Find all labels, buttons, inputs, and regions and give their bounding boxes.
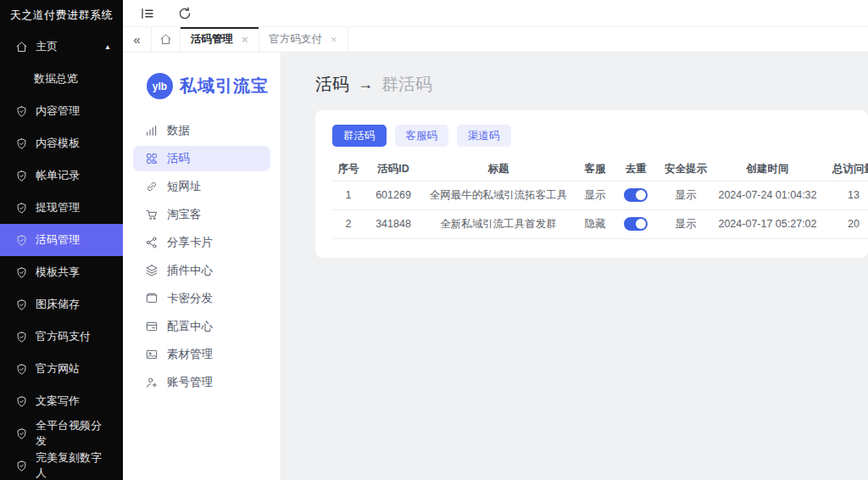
card-icon xyxy=(145,292,159,305)
tab-close-icon[interactable]: × xyxy=(331,34,337,45)
breadcrumb-current: 群活码 xyxy=(381,73,432,96)
menu-item-label: 插件中心 xyxy=(167,263,213,278)
qr-code-icon xyxy=(145,152,159,165)
channel-code-button[interactable]: 渠道码 xyxy=(457,125,511,147)
sidebar-item-image-storage[interactable]: 图床储存 xyxy=(0,288,123,321)
app-title: 天之道付费进群系统 xyxy=(0,0,123,31)
sidebar-item-copywriting[interactable]: 文案写作 xyxy=(0,385,123,417)
breadcrumb-parent[interactable]: 活码 xyxy=(315,73,349,96)
user-plus-icon xyxy=(145,376,159,389)
bar-chart-icon xyxy=(145,124,159,137)
sidebar-item-label: 提现管理 xyxy=(36,200,80,215)
sidebar-item-label: 主页 xyxy=(36,39,58,54)
dedupe-toggle[interactable] xyxy=(624,217,648,231)
refresh-icon[interactable] xyxy=(177,6,192,21)
menu-item-account-manage[interactable]: 账号管理 xyxy=(133,370,270,395)
sidebar-item-content-template[interactable]: 内容模板 xyxy=(0,127,123,159)
main-content: 活码 → 群活码 群活码 客服码 渠道码 序号 活码ID 标题 客服 去重 安全… xyxy=(281,53,868,480)
menu-item-data[interactable]: 数据 xyxy=(133,118,270,143)
sidebar-item-livecode-manage[interactable]: 活码管理 xyxy=(0,224,123,256)
sidebar-item-label: 内容模板 xyxy=(36,136,80,151)
share-icon xyxy=(145,236,159,249)
sidebar-item-official-pay[interactable]: 官方码支付 xyxy=(0,321,123,353)
tab-bar: « 活码管理 × 官方码支付 × xyxy=(123,27,868,53)
service-code-button[interactable]: 客服码 xyxy=(395,125,449,147)
shield-check-icon xyxy=(15,234,28,247)
menu-item-taobao[interactable]: 淘宝客 xyxy=(133,202,270,227)
collapse-menu-icon[interactable] xyxy=(140,6,155,21)
cell-title: 全新私域引流工具首发群 xyxy=(422,209,575,238)
cart-icon xyxy=(145,208,159,221)
cell-created: 2024-07-17 05:27:02 xyxy=(715,209,820,238)
cell-visits: 20 xyxy=(820,209,868,238)
dedupe-toggle[interactable] xyxy=(624,188,648,202)
shield-check-icon xyxy=(15,331,28,343)
sidebar-item-label: 帐单记录 xyxy=(36,168,80,183)
logo-bubble-icon: ylb xyxy=(147,73,173,99)
cell-service: 显示 xyxy=(575,181,615,209)
sidebar-item-label: 官方码支付 xyxy=(36,329,91,344)
tab-label: 官方码支付 xyxy=(270,32,323,47)
home-tab-icon[interactable] xyxy=(152,27,181,52)
cell-code-id: 601269 xyxy=(364,181,422,209)
menu-item-share-card[interactable]: 分享卡片 xyxy=(133,230,270,255)
sidebar-item-label: 官方网站 xyxy=(36,361,80,377)
cell-index: 2 xyxy=(332,209,364,238)
cell-service: 隐藏 xyxy=(575,209,615,238)
breadcrumb: 活码 → 群活码 xyxy=(315,73,868,96)
home-icon xyxy=(15,41,28,53)
sidebar-item-billing-records[interactable]: 帐单记录 xyxy=(0,159,123,192)
primary-sidebar: 天之道付费进群系统 主页 ▲ 数据总览 内容管理 内容模板 帐单记录 提现管理 … xyxy=(0,0,123,480)
sidebar-item-home[interactable]: 主页 ▲ xyxy=(0,31,123,63)
sidebar-item-withdraw-manage[interactable]: 提现管理 xyxy=(0,192,123,224)
sidebar-item-template-share[interactable]: 模板共享 xyxy=(0,256,123,288)
secondary-sidebar: ylb 私域引流宝 数据 活码 短网址 淘宝客 分享卡片 插件中心 xyxy=(123,53,281,480)
menu-item-short-url[interactable]: 短网址 xyxy=(133,174,270,199)
menu-item-label: 账号管理 xyxy=(167,375,213,390)
tab-livecode-manage[interactable]: 活码管理 × xyxy=(181,27,259,52)
menu-item-label: 短网址 xyxy=(167,179,202,194)
sidebar-item-video-distribute[interactable]: 全平台视频分发 xyxy=(0,417,123,449)
header-safety: 安全提示 xyxy=(656,158,715,181)
sidebar-subitem-data-overview[interactable]: 数据总览 xyxy=(0,63,123,95)
header-created: 创建时间 xyxy=(715,158,820,181)
tab-close-icon[interactable]: × xyxy=(242,34,248,45)
menu-item-label: 配置中心 xyxy=(167,319,213,334)
cell-title: 全网最牛的私域引流拓客工具 xyxy=(422,181,575,209)
header-code-id: 活码ID xyxy=(364,158,422,181)
group-code-button[interactable]: 群活码 xyxy=(332,125,387,147)
table-header-row: 序号 活码ID 标题 客服 去重 安全提示 创建时间 总访问量 xyxy=(332,158,868,181)
tab-label: 活码管理 xyxy=(191,32,233,47)
livecode-card: 群活码 客服码 渠道码 序号 活码ID 标题 客服 去重 安全提示 创建时间 总… xyxy=(315,110,868,258)
menu-item-plugin-center[interactable]: 插件中心 xyxy=(133,258,270,283)
sidebar-item-digital-human[interactable]: 完美复刻数字人 xyxy=(0,449,123,480)
menu-item-label: 淘宝客 xyxy=(167,207,202,222)
menu-item-livecode[interactable]: 活码 xyxy=(133,146,270,171)
sidebar-item-official-site[interactable]: 官方网站 xyxy=(0,353,123,385)
cell-created: 2024-07-24 01:04:32 xyxy=(715,181,820,209)
sidebar-item-content-manage[interactable]: 内容管理 xyxy=(0,95,123,127)
header-index: 序号 xyxy=(332,158,364,181)
shield-check-icon xyxy=(15,170,28,182)
menu-item-label: 分享卡片 xyxy=(167,235,213,250)
shield-check-icon xyxy=(15,427,28,440)
tab-official-pay[interactable]: 官方码支付 × xyxy=(259,27,348,52)
sidebar-item-label: 图床储存 xyxy=(36,297,80,312)
config-icon xyxy=(145,320,159,333)
brand-logo: ylb 私域引流宝 xyxy=(123,53,281,114)
shield-check-icon xyxy=(15,395,28,408)
header-title: 标题 xyxy=(422,158,575,181)
image-icon xyxy=(145,348,159,361)
menu-item-config-center[interactable]: 配置中心 xyxy=(133,314,270,339)
shield-check-icon xyxy=(15,202,28,215)
shield-check-icon xyxy=(15,363,28,376)
menu-item-card-distribute[interactable]: 卡密分发 xyxy=(133,286,270,311)
tabs-scroll-left-icon[interactable]: « xyxy=(123,27,152,52)
link-icon xyxy=(145,180,159,193)
menu-item-material-manage[interactable]: 素材管理 xyxy=(133,342,270,367)
cell-safety: 显示 xyxy=(656,209,715,238)
sidebar-item-label: 完美复刻数字人 xyxy=(36,450,111,480)
caret-up-icon[interactable]: ▲ xyxy=(104,43,111,51)
table-row: 2 341848 全新私域引流工具首发群 隐藏 显示 2024-07-17 05… xyxy=(332,209,868,238)
sidebar-item-label: 全平台视频分发 xyxy=(36,418,111,449)
